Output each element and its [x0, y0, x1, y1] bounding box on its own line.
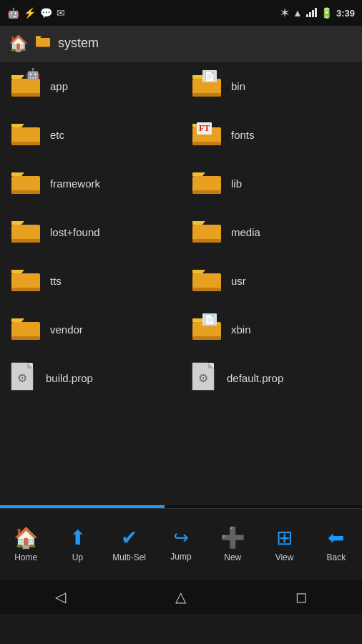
svg-rect-7 — [11, 142, 40, 145]
list-item[interactable]: vendor — [0, 305, 181, 353]
svg-rect-21 — [192, 288, 221, 291]
svg-rect-9 — [192, 142, 221, 145]
folder-icon: 📄 — [191, 316, 222, 342]
folder-icon — [10, 268, 41, 293]
breadcrumb-title: system — [58, 36, 99, 51]
file-name: lost+found — [50, 226, 100, 238]
svg-text:⚙: ⚙ — [17, 372, 27, 384]
status-icons-right: ✶ ▲ 🔋 3:39 — [280, 7, 355, 19]
list-item[interactable]: tts — [0, 256, 181, 305]
recents-nav-button[interactable]: ◻ — [295, 588, 308, 605]
list-item[interactable]: 🤖 app — [0, 62, 181, 110]
list-item[interactable]: etc — [0, 110, 181, 159]
jump-button[interactable]: ↩ Jump — [160, 527, 202, 562]
file-name: app — [50, 80, 68, 92]
android-icon: 🤖 — [7, 7, 19, 19]
multisel-label: Multi-Sel — [112, 552, 146, 562]
list-item[interactable]: 📄 xbin — [181, 305, 362, 353]
back-icon: ⬅ — [328, 526, 344, 550]
folder-icon — [191, 268, 222, 293]
svg-rect-5 — [192, 93, 221, 97]
svg-rect-13 — [192, 190, 221, 194]
file-name: default.prop — [227, 372, 283, 384]
plus-icon: ➕ — [220, 526, 245, 550]
view-button[interactable]: ⊞ View — [263, 526, 306, 562]
battery-icon: 🔋 — [321, 7, 333, 19]
jump-icon: ↩ — [173, 527, 189, 549]
view-label: View — [275, 552, 294, 562]
svg-rect-0 — [36, 38, 50, 47]
file-name: lib — [231, 177, 242, 190]
file-name: bin — [231, 80, 245, 92]
file-name: fonts — [231, 129, 255, 141]
folder-icon — [191, 219, 222, 245]
list-item[interactable]: ⚙ default.prop — [181, 353, 362, 402]
folder-icon: 🤖 — [10, 73, 41, 99]
back-label: Back — [326, 552, 346, 562]
new-button[interactable]: ➕ New — [211, 526, 254, 562]
svg-rect-2 — [11, 93, 40, 97]
new-label: New — [224, 552, 241, 562]
list-item[interactable]: ⚙ build.prop — [0, 353, 181, 402]
grid-icon: ⊞ — [276, 526, 293, 550]
list-item[interactable]: media — [181, 208, 362, 256]
file-name: xbin — [231, 323, 251, 336]
svg-rect-17 — [192, 239, 221, 243]
file-name: framework — [50, 177, 100, 190]
gmail-icon: ✉ — [57, 7, 65, 19]
multisel-button[interactable]: ✔ Multi-Sel — [108, 526, 151, 562]
back-nav-button[interactable]: ◁ — [55, 588, 66, 605]
list-item[interactable]: 📄 bin — [181, 62, 362, 110]
signal-icon — [306, 7, 317, 19]
file-name: etc — [50, 129, 64, 141]
svg-rect-23 — [11, 336, 40, 340]
folder-icon — [10, 219, 41, 245]
folder-icon — [10, 170, 41, 196]
up-button[interactable]: ⬆ Up — [56, 526, 99, 562]
doc-icon: ⚙ — [191, 362, 218, 394]
svg-rect-19 — [11, 288, 40, 291]
home-button[interactable]: 🏠 Home — [4, 526, 47, 562]
list-item[interactable]: FT fonts — [181, 110, 362, 159]
svg-text:⚙: ⚙ — [198, 372, 208, 384]
file-list: 🤖 app 📄 bin etc — [0, 62, 362, 505]
folder-icon — [10, 316, 41, 342]
toolbar: 🏠 Home ⬆ Up ✔ Multi-Sel ↩ Jump ➕ New ⊞ V… — [0, 508, 362, 580]
header-folder-icon — [35, 35, 51, 52]
folder-icon — [191, 170, 222, 196]
status-bar: 🤖 ⚡ 💬 ✉ ✶ ▲ 🔋 3:39 — [0, 0, 362, 26]
nav-bar: ◁ △ ◻ — [0, 580, 362, 614]
checkmark-icon: ✔ — [121, 526, 137, 550]
folder-icon: FT — [191, 122, 222, 147]
file-name: vendor — [50, 323, 83, 336]
header-home-icon: 🏠 — [9, 34, 28, 53]
home-icon: 🏠 — [14, 526, 39, 550]
doc-icon: ⚙ — [10, 362, 37, 394]
up-label: Up — [72, 552, 83, 562]
svg-rect-15 — [11, 239, 40, 243]
usb-icon: ⚡ — [24, 7, 36, 19]
list-item[interactable]: usr — [181, 256, 362, 305]
back-button[interactable]: ⬅ Back — [315, 526, 358, 562]
file-name: usr — [231, 275, 246, 287]
svg-rect-25 — [192, 336, 221, 340]
file-name: tts — [50, 275, 62, 287]
status-time: 3:39 — [336, 8, 355, 19]
folder-icon — [10, 122, 41, 147]
up-icon: ⬆ — [69, 526, 86, 550]
file-name: media — [231, 226, 260, 238]
status-icons-left: 🤖 ⚡ 💬 ✉ — [7, 7, 65, 19]
jump-label: Jump — [170, 552, 191, 562]
bluetooth-icon: ✶ — [280, 7, 289, 19]
wifi-icon: ▲ — [293, 7, 303, 19]
list-item[interactable]: lib — [181, 159, 362, 208]
svg-rect-11 — [11, 190, 40, 194]
home-nav-button[interactable]: △ — [175, 588, 186, 605]
header: 🏠 system — [0, 26, 362, 62]
file-name: build.prop — [46, 372, 93, 384]
list-item[interactable]: lost+found — [0, 208, 181, 256]
message-icon: 💬 — [40, 7, 52, 19]
folder-icon: 📄 — [191, 73, 222, 99]
list-item[interactable]: framework — [0, 159, 181, 208]
home-label: Home — [14, 552, 37, 562]
